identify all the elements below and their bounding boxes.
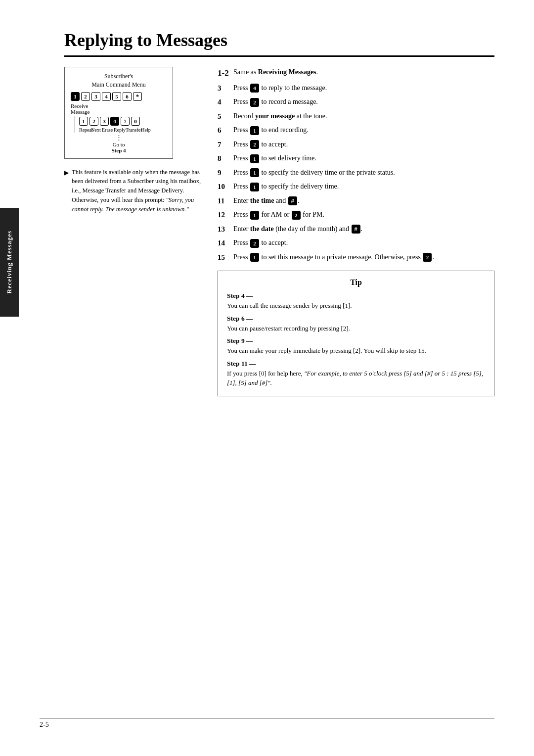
step-num-6: 6: [218, 125, 233, 136]
step-4: 4 Press 2 to record a message.: [218, 96, 494, 108]
tip-step-9-desc: You can make your reply immediate by pre…: [227, 346, 485, 356]
sub-btn-7: 7: [121, 117, 130, 126]
step-5: 5 Record your message at the tone.: [218, 111, 494, 122]
step-11-bold: the time: [250, 197, 274, 204]
step-8: 8 Press 1 to set delivery time.: [218, 153, 494, 164]
step-num-4: 4: [218, 96, 233, 108]
step-content-3: Press 4 to reply to the message.: [233, 83, 494, 93]
step-content-1-2: Same as Receiving Messages.: [233, 67, 494, 77]
page-number: 2-5: [40, 721, 49, 728]
note-quote: "Sorry, you cannot reply. The message se…: [72, 196, 194, 213]
btn-3-top: 3: [91, 92, 100, 101]
label-reply: Reply: [114, 127, 125, 133]
step-num-5: 5: [218, 111, 233, 122]
note-arrow: ▶: [64, 168, 69, 214]
note-content: ▶ This feature is available only when th…: [64, 168, 203, 214]
step-5-bold: your message: [255, 112, 295, 120]
step-content-11: Enter the time and #.: [233, 195, 494, 206]
main-content: Replying to Messages Subscriber's Main C…: [64, 30, 494, 726]
step-9: 9 Press 1 to specify the delivery time o…: [218, 167, 494, 179]
step-num-14: 14: [218, 237, 233, 249]
left-column: Subscriber's Main Command Menu 1 2 3 4 5…: [64, 67, 203, 396]
btn-1-step15: 1: [250, 253, 259, 262]
btn-2-top: 2: [81, 92, 90, 101]
top-button-row: 1 2 3 4 5 6 *: [71, 92, 167, 101]
step-content-13: Enter the date (the day of the month) an…: [233, 224, 494, 234]
tip-step-4-label: Step 4 —: [227, 292, 485, 300]
step-num-10: 10: [218, 181, 233, 192]
receive-label: ReceiveMessage: [71, 103, 167, 115]
step-11: 11 Enter the time and #.: [218, 195, 494, 207]
step-content-10: Press 1 to specify the delivery time.: [233, 181, 494, 191]
step-13-bold: the date: [250, 225, 274, 233]
btn-4-top: 4: [102, 92, 111, 101]
btn-6-top: 6: [123, 92, 132, 101]
label-help: Help: [140, 127, 151, 133]
step-content-14: Press 2 to accept.: [233, 237, 494, 248]
step-num-8: 8: [218, 153, 233, 164]
tip-step-11-desc: If you press [0] for help here, "For exa…: [227, 369, 485, 388]
step-num-7: 7: [218, 139, 233, 150]
step-10: 10 Press 1 to specify the delivery time.: [218, 181, 494, 192]
page-footer: 2-5: [40, 721, 49, 729]
step-15: 15 Press 1 to set this message to a priv…: [218, 252, 494, 263]
step-content-6: Press 1 to end recording.: [233, 125, 494, 135]
branch-section: 1 2 3 4 7 0 Repeat Next Erase Reply: [75, 116, 167, 133]
btn-1-step9: 1: [250, 168, 259, 177]
step-num-15: 15: [218, 252, 233, 263]
btn-2-step4: 2: [250, 98, 259, 107]
sub-btn-1: 1: [79, 117, 88, 126]
tip-step-9-label: Step 9 —: [227, 337, 485, 345]
goto-text: Go to Step 4: [71, 142, 167, 153]
btn-1-step10: 1: [250, 183, 259, 191]
btn-1-step6: 1: [250, 126, 259, 135]
sub-btn-4: 4: [110, 117, 119, 126]
sub-label-row: Repeat Next Erase Reply Transfer Help: [79, 127, 167, 133]
step-num-1-2: 1-2: [218, 67, 233, 80]
step-13: 13 Enter the date (the day of the month)…: [218, 224, 494, 235]
step-content-12: Press 1 for AM or 2 for PM.: [233, 209, 494, 220]
command-menu-diagram: Subscriber's Main Command Menu 1 2 3 4 5…: [64, 67, 173, 159]
tip-box: Tip Step 4 — You can call the message se…: [218, 271, 494, 396]
steps-list: 1-2 Same as Receiving Messages. 3 Press …: [218, 67, 494, 263]
btn-2-step7: 2: [250, 140, 259, 149]
tip-step-4-desc: You can call the message sender by press…: [227, 301, 485, 311]
diagram-title: Subscriber's Main Command Menu: [71, 72, 167, 89]
step-num-11: 11: [218, 195, 233, 207]
page-title: Replying to Messages: [64, 30, 494, 57]
step-12: 12 Press 1 for AM or 2 for PM.: [218, 209, 494, 221]
label-repeat: Repeat: [79, 127, 90, 133]
right-column: 1-2 Same as Receiving Messages. 3 Press …: [218, 67, 494, 396]
step-1-2: 1-2 Same as Receiving Messages.: [218, 67, 494, 80]
step-num-3: 3: [218, 83, 233, 94]
btn-2-step14: 2: [250, 239, 259, 248]
tip-step-6-label: Step 6 —: [227, 315, 485, 323]
footer-rule: [40, 718, 494, 718]
label-erase: Erase: [102, 127, 113, 133]
btn-hash-step13: #: [352, 225, 360, 234]
btn-1-top: 1: [71, 92, 80, 101]
step-content-8: Press 1 to set delivery time.: [233, 153, 494, 163]
sub-button-row: 1 2 3 4 7 0: [79, 117, 167, 126]
step-3: 3 Press 4 to reply to the message.: [218, 83, 494, 94]
btn-star-top: *: [133, 92, 142, 101]
btn-1-step12: 1: [250, 211, 259, 220]
note-box: ▶ This feature is available only when th…: [64, 168, 203, 214]
btn-2-step12: 2: [292, 211, 301, 220]
label-transfer: Transfer: [126, 127, 139, 133]
step-content-5: Record your message at the tone.: [233, 111, 494, 121]
step-6: 6 Press 1 to end recording.: [218, 125, 494, 136]
step-num-9: 9: [218, 167, 233, 179]
step-content-4: Press 2 to record a message.: [233, 96, 494, 107]
step-1-2-bold: Receiving Messages: [258, 68, 316, 76]
label-next: Next: [91, 127, 101, 133]
step-content-15: Press 1 to set this message to a private…: [233, 252, 494, 262]
sub-btn-0: 0: [131, 117, 140, 126]
step-7: 7 Press 2 to accept.: [218, 139, 494, 150]
step-content-7: Press 2 to accept.: [233, 139, 494, 149]
two-col-layout: Subscriber's Main Command Menu 1 2 3 4 5…: [64, 67, 494, 396]
step-num-13: 13: [218, 224, 233, 235]
step-14: 14 Press 2 to accept.: [218, 237, 494, 249]
sub-btn-3: 3: [100, 117, 109, 126]
btn-2-step15: 2: [423, 253, 432, 262]
